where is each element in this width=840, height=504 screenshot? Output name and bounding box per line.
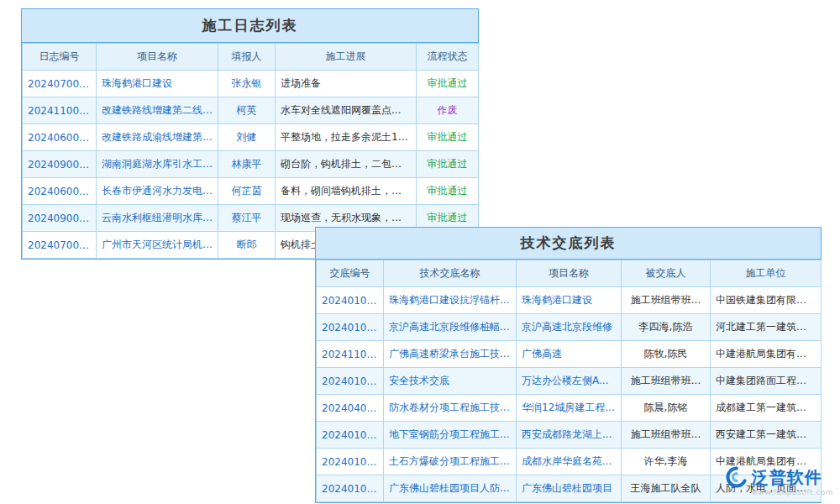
disclosure-table-row[interactable]: 2024010003 珠海鹤港口建设抗浮锚杆... 珠海鹤港口建设 施工班组带班… (317, 287, 822, 314)
disclosure-header-row: 交底编号 技术交底名称 项目名称 被交底人 施工单位 (317, 260, 822, 287)
technical-disclosure-panel: 技术交底列表 交底编号 技术交底名称 项目名称 被交底人 施工单位 202401… (315, 227, 822, 503)
disclosure-table-row[interactable]: 2024010002 地下室钢筋分项工程施工... 西安成都路龙湖上... 施工… (317, 422, 822, 449)
disclosure-project-link[interactable]: 广东佛山碧桂园项目 (517, 475, 622, 502)
log-project-link[interactable]: 广州市天河区统计局机房... (97, 232, 218, 259)
log-progress-cell: 砌台阶，钩机排土，二包砌... (276, 151, 417, 178)
log-id-cell[interactable]: 2024070011 (23, 232, 97, 259)
disclosure-name-link[interactable]: 广东佛山碧桂园项目人防... (384, 475, 517, 502)
log-col-progress: 施工进展 (276, 44, 417, 71)
disclosure-name-link[interactable]: 安全技术交底 (384, 368, 517, 395)
log-project-link[interactable]: 改建铁路线增建第二线直... (97, 97, 218, 124)
construction-log-title: 施工日志列表 (22, 9, 478, 43)
disclosure-name-link[interactable]: 广佛高速桥梁承台施工技... (384, 341, 517, 368)
disclosure-table-row[interactable]: 2024010003 安全技术交底 万达办公楼左侧A... 施工班组带班... … (317, 368, 822, 395)
log-project-link[interactable]: 湖南洞庭湖水库引水工程... (97, 151, 218, 178)
disclosure-id-cell[interactable]: 2024010002 (317, 449, 384, 475)
log-project-link[interactable]: 改建铁路成渝线增建第二... (97, 124, 218, 151)
log-project-link[interactable]: 珠海鹤港口建设 (97, 71, 218, 97)
disclosure-unit-cell: 河北建工第一建筑有... (711, 314, 822, 341)
disclosure-id-cell[interactable]: 2024110001 (317, 341, 384, 368)
log-status-badge: 审批通过 (417, 151, 479, 178)
log-id-cell[interactable]: 2024070011 (23, 71, 97, 97)
disclosure-table-row[interactable]: 2024110001 广佛高速桥梁承台施工技... 广佛高速 陈牧,陈民 中建港… (317, 341, 822, 368)
log-reporter-cell: 林康平 (218, 151, 276, 178)
fanpu-logo: 泛普软件 www.fanpusoft.com (725, 465, 833, 497)
log-status-badge: 作废 (417, 97, 479, 124)
log-progress-cell: 平整场地，拉走多余泥土15... (276, 124, 417, 151)
disclosure-unit-cell: 成都建工第一建筑有... (711, 395, 822, 422)
log-table-row[interactable]: 2024060005 长春市伊通河水力发电厂... 何芷茵 备料，砌间墙钩机排土… (23, 178, 479, 205)
log-status-badge: 审批通过 (417, 124, 479, 151)
log-status-badge: 审批通过 (417, 71, 479, 97)
log-progress-cell: 备料，砌间墙钩机排土，瓦... (276, 178, 417, 205)
disclosure-person-cell: 李四海,陈浩 (622, 314, 711, 341)
log-progress-cell: 水车对全线遮阳网覆盖点... (276, 97, 417, 124)
disclosure-project-link[interactable]: 京沪高速北京段维修 (517, 314, 622, 341)
fanpu-logo-url: www.fanpusoft.com (752, 489, 833, 497)
log-col-status: 流程状态 (417, 44, 479, 71)
disclosure-unit-cell: 中建港航局集团有限... (711, 341, 822, 368)
log-col-reporter: 填报人 (218, 44, 276, 71)
disclosure-unit-cell: 中建集团路面工程有... (711, 368, 822, 395)
log-id-cell[interactable]: 2024090009 (23, 205, 97, 232)
log-table-row[interactable]: 2024070011 珠海鹤港口建设 张永银 进场准备 审批通过 (23, 71, 479, 97)
disclosure-name-link[interactable]: 土石方爆破分项工程施工... (384, 449, 517, 475)
log-reporter-cell: 柯英 (218, 97, 276, 124)
disclosure-person-cell: 施工班组带班... (622, 422, 711, 449)
log-col-project: 项目名称 (97, 44, 218, 71)
log-id-cell[interactable]: 2024060006 (23, 124, 97, 151)
disclosure-col-unit: 施工单位 (711, 260, 822, 287)
disclosure-name-link[interactable]: 京沪高速北京段维修桩幅... (384, 314, 517, 341)
disclosure-id-cell[interactable]: 2024010004 (317, 314, 384, 341)
disclosure-id-cell[interactable]: 2024040001 (317, 395, 384, 422)
log-id-cell[interactable]: 2024060005 (23, 178, 97, 205)
disclosure-table-row[interactable]: 2024040001 防水卷材分项工程施工技... 华润12城房建工程... 陈… (317, 395, 822, 422)
disclosure-id-cell[interactable]: 2024010003 (317, 368, 384, 395)
disclosure-project-link[interactable]: 广佛高速 (517, 341, 622, 368)
disclosure-person-cell: 施工班组带班... (622, 368, 711, 395)
disclosure-person-cell: 陈晨,陈铭 (622, 395, 711, 422)
disclosure-id-cell[interactable]: 2024010003 (317, 287, 384, 314)
disclosure-project-link[interactable]: 万达办公楼左侧A... (517, 368, 622, 395)
log-id-cell[interactable]: 2024110002 (23, 97, 97, 124)
fanpu-logo-icon (725, 465, 748, 489)
log-reporter-cell: 刘健 (218, 124, 276, 151)
fanpu-logo-text: 泛普软件 (752, 468, 822, 486)
disclosure-id-cell[interactable]: 2024010002 (317, 422, 384, 449)
log-status-badge: 审批通过 (417, 178, 479, 205)
technical-disclosure-title: 技术交底列表 (316, 228, 821, 260)
log-project-link[interactable]: 长春市伊通河水力发电厂... (97, 178, 218, 205)
disclosure-col-id: 交底编号 (317, 260, 384, 287)
disclosure-table-row[interactable]: 2024010004 京沪高速北京段维修桩幅... 京沪高速北京段维修 李四海,… (317, 314, 822, 341)
log-header-row: 日志编号 项目名称 填报人 施工进展 流程状态 (23, 44, 479, 71)
disclosure-person-cell: 许华,李海 (622, 449, 711, 475)
disclosure-unit-cell: 西安建工第一建筑有... (711, 422, 822, 449)
disclosure-name-link[interactable]: 地下室钢筋分项工程施工... (384, 422, 517, 449)
disclosure-project-link[interactable]: 华润12城房建工程... (517, 395, 622, 422)
disclosure-name-link[interactable]: 防水卷材分项工程施工技... (384, 395, 517, 422)
log-project-link[interactable]: 云南水利枢纽潜明水库一... (97, 205, 218, 232)
log-reporter-cell: 何芷茵 (218, 178, 276, 205)
log-table-row[interactable]: 2024110002 改建铁路线增建第二线直... 柯英 水车对全线遮阳网覆盖点… (23, 97, 479, 124)
disclosure-id-cell[interactable]: 2024010001 (317, 475, 384, 502)
log-progress-cell: 进场准备 (276, 71, 417, 97)
log-id-cell[interactable]: 2024090009 (23, 151, 97, 178)
disclosure-person-cell: 王海施工队全队 (622, 475, 711, 502)
log-table-row[interactable]: 2024090009 湖南洞庭湖水库引水工程... 林康平 砌台阶，钩机排土，二… (23, 151, 479, 178)
disclosure-name-link[interactable]: 珠海鹤港口建设抗浮锚杆... (384, 287, 517, 314)
disclosure-unit-cell: 中国铁建集团有限公司 (711, 287, 822, 314)
log-reporter-cell: 蔡江平 (218, 205, 276, 232)
disclosure-project-link[interactable]: 西安成都路龙湖上... (517, 422, 622, 449)
log-reporter-cell: 张永银 (218, 71, 276, 97)
disclosure-project-link[interactable]: 成都水岸华庭名苑... (517, 449, 622, 475)
log-table-row[interactable]: 2024060006 改建铁路成渝线增建第二... 刘健 平整场地，拉走多余泥土… (23, 124, 479, 151)
disclosure-col-name: 技术交底名称 (384, 260, 517, 287)
construction-log-panel: 施工日志列表 日志编号 项目名称 填报人 施工进展 流程状态 202407001… (21, 8, 479, 260)
disclosure-project-link[interactable]: 珠海鹤港口建设 (517, 287, 622, 314)
disclosure-col-project: 项目名称 (517, 260, 622, 287)
log-col-id: 日志编号 (23, 44, 97, 71)
disclosure-col-person: 被交底人 (622, 260, 711, 287)
disclosure-person-cell: 施工班组带班... (622, 287, 711, 314)
disclosure-person-cell: 陈牧,陈民 (622, 341, 711, 368)
log-reporter-cell: 断郎 (218, 232, 276, 259)
